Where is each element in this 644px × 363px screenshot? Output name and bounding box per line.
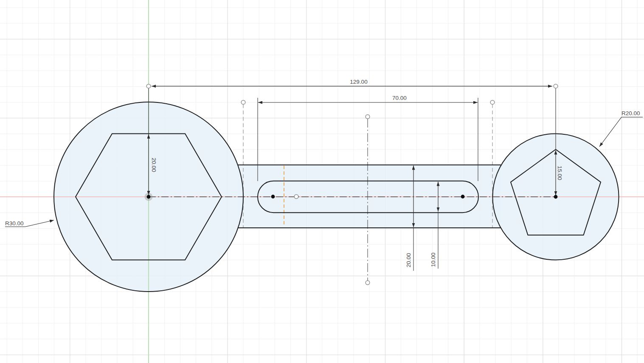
dim-label-right-radius[interactable]: R20.00 bbox=[622, 110, 640, 116]
sketch-canvas[interactable]: 129.00 70.00 20.00 15.00 20.00 10.00 R30… bbox=[0, 0, 644, 363]
constraint-point-icon[interactable] bbox=[241, 100, 245, 105]
dim-label-hex-inradius[interactable]: 20.00 bbox=[151, 158, 157, 172]
constraint-point-icon[interactable] bbox=[294, 195, 298, 199]
constraint-point-icon[interactable] bbox=[366, 115, 370, 119]
dim-label-slot-length[interactable]: 70.00 bbox=[392, 95, 407, 101]
constraint-point-icon[interactable] bbox=[490, 100, 495, 105]
leader-line-r20[interactable] bbox=[599, 117, 622, 147]
constraint-point-icon[interactable] bbox=[554, 84, 558, 88]
constraint-point-icon[interactable] bbox=[366, 281, 370, 285]
leader-line-r30[interactable] bbox=[25, 220, 54, 227]
sketch-point-icon[interactable] bbox=[271, 195, 275, 199]
dim-label-left-radius[interactable]: R30.00 bbox=[5, 220, 24, 227]
dim-label-overall-length[interactable]: 129.00 bbox=[350, 79, 367, 85]
sketch-point-icon[interactable] bbox=[147, 195, 151, 199]
sketch-point-icon[interactable] bbox=[461, 195, 465, 199]
dim-label-slot-width[interactable]: 10.00 bbox=[430, 252, 436, 267]
sketch-point-icon[interactable] bbox=[554, 195, 558, 199]
dim-label-pentagon-radius[interactable]: 15.00 bbox=[557, 166, 563, 180]
sketch-svg: 129.00 70.00 20.00 15.00 20.00 10.00 R30… bbox=[0, 0, 644, 363]
dim-label-bar-width[interactable]: 20.00 bbox=[405, 253, 412, 267]
constraint-point-icon[interactable] bbox=[146, 84, 151, 88]
